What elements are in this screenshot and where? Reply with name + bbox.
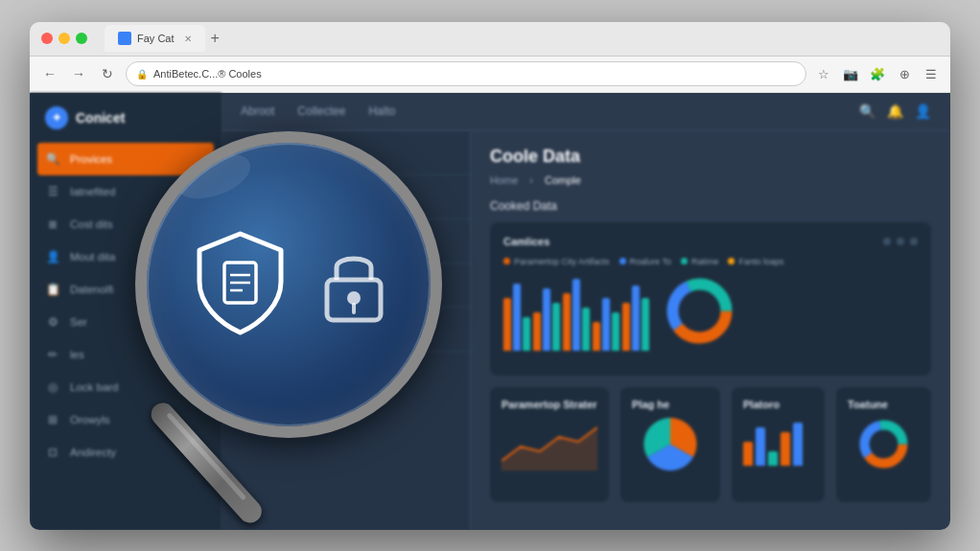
sidebar-item-provices[interactable]: 🔍 Provices: [37, 143, 214, 175]
sidebar-item-mout-dita[interactable]: 👤 Mout dita: [30, 241, 222, 273]
card-action-dot[interactable]: [897, 238, 904, 245]
search-action-button[interactable]: 🔍: [859, 103, 875, 119]
minimize-button[interactable]: [58, 33, 70, 44]
back-button[interactable]: ←: [39, 63, 60, 84]
item-number: 2: [235, 185, 258, 208]
top-nav-collectee[interactable]: Collectee: [297, 104, 345, 118]
bar: [572, 279, 580, 351]
breadcrumb-home[interactable]: Home: [490, 174, 518, 186]
item-number: 5: [235, 317, 258, 340]
item-title: Coolke Cooles: [268, 185, 456, 196]
donut-chart-small: [848, 418, 920, 471]
sidebar-item-lock-bard[interactable]: ◎ Lock bard: [30, 371, 222, 403]
item-subtitle: Cookie Cooles: [268, 331, 456, 341]
bar: [523, 317, 530, 351]
donut-chart-container: [664, 275, 735, 351]
extensions-button[interactable]: 🧩: [868, 64, 887, 83]
bar: [552, 303, 560, 351]
list-item[interactable]: 2 Coolke Cooles Cookie Cooles: [222, 175, 470, 219]
sub-card-4: Toatune: [836, 387, 931, 502]
directory-icon: ⊡: [45, 445, 60, 460]
gear-icon: ⚙: [45, 314, 60, 330]
browser-actions: ☆ 📷 🧩 ⊕ ☰: [814, 64, 941, 83]
bar-chart: [503, 274, 918, 351]
item-info: Coolke Cooles Cookie Cooles: [268, 317, 456, 341]
list-item[interactable]: 3 Coolke Cooles Cookie Cooles: [222, 219, 470, 264]
bar: [513, 284, 521, 351]
legend-item: Roalure To: [619, 257, 671, 266]
top-nav: Abroot Collectee Halto 🔍 🔔 👤: [222, 93, 950, 131]
sidebar-item-label: Andirecty: [70, 447, 116, 458]
tab-title: Fay Cat: [137, 33, 175, 44]
item-title: Coolke Cooles: [268, 273, 456, 285]
profile-button[interactable]: ⊕: [895, 64, 914, 83]
sidebar-item-iatnefited[interactable]: ☰ Iatnefited: [30, 175, 222, 208]
active-tab[interactable]: Fay Cat ✕: [105, 25, 205, 52]
bell-action-button[interactable]: 🔔: [887, 103, 903, 119]
sidebar-item-label: les: [70, 349, 84, 360]
list-item[interactable]: 4 Coolke Cooles Cookie Cooles: [222, 264, 470, 308]
sidebar-item-orowyls[interactable]: ⊞ Orowyls: [30, 403, 222, 436]
sidebar-item-label: Provices: [70, 153, 112, 165]
sub-card-title: Toatune: [848, 399, 920, 410]
item-info: Coolke Cooles Cookie Cooles: [268, 185, 456, 209]
chart-card: Camlices Paramertop City: [490, 222, 931, 376]
legend-dot: [503, 258, 510, 264]
bar: [602, 298, 610, 351]
legend-item: Fanto loaps: [728, 257, 783, 266]
top-nav-halto[interactable]: Halto: [368, 104, 395, 118]
detail-panel: Coole Data Home › Comple Cooked Data Cam…: [471, 131, 950, 530]
content-area: 1 Coolke Cooles Cookie Cooles 2 Coolke C…: [222, 131, 950, 530]
ssl-lock-icon: 🔒: [136, 69, 148, 80]
item-info: Coolke Cooles Cookie Cooles: [268, 229, 456, 253]
bottom-cards-row: Paramertop Strater Plag he: [490, 387, 931, 502]
legend-dot: [681, 258, 688, 264]
tab-bar: Fay Cat ✕ +: [105, 25, 220, 52]
sidebar-item-les[interactable]: ✏ les: [30, 338, 222, 371]
maximize-button[interactable]: [76, 33, 87, 44]
sidebar-item-label: Cost dits: [70, 218, 113, 230]
sidebar: ✦ Conicet 🔍 Provices ☰ Iatnefited ≣ Cost…: [30, 93, 222, 530]
page-title: Coole Data: [490, 147, 931, 167]
bar: [533, 312, 541, 351]
item-subtitle: Cookie Cooles: [268, 287, 456, 297]
list-item[interactable]: 5 Coolke Cooles Cookie Cooles: [222, 308, 470, 352]
bar: [622, 303, 630, 351]
sidebar-item-label: Lock bard: [70, 381, 119, 393]
item-number: 4: [235, 273, 258, 296]
breadcrumb-comple[interactable]: Comple: [545, 174, 581, 186]
sidebar-item-cost-dits[interactable]: ≣ Cost dits: [30, 208, 222, 241]
item-subtitle: Cookie Cooles: [268, 198, 456, 209]
sidebar-item-label: Mout dita: [70, 251, 115, 263]
refresh-button[interactable]: ↻: [97, 63, 118, 84]
browser-window: Fay Cat ✕ + ← → ↻ 🔒 AntiBetec.C...® Cool…: [30, 22, 950, 530]
sub-card-3: Platoro: [732, 387, 825, 502]
sub-card-2: Plag he: [620, 387, 720, 502]
sidebar-item-ser[interactable]: ⚙ Ser: [30, 306, 222, 338]
list-icon: ☰: [45, 184, 60, 199]
title-bar: Fay Cat ✕ +: [30, 22, 950, 57]
sidebar-logo-text: Conicet: [76, 110, 125, 126]
sidebar-item-andirecty[interactable]: ⊡ Andirecty: [30, 436, 222, 469]
user-icon: 👤: [45, 249, 60, 264]
user-action-button[interactable]: 👤: [915, 103, 931, 119]
item-number: 3: [235, 229, 258, 252]
section-label: Cooked Data: [490, 199, 931, 213]
sidebar-item-datenolfi[interactable]: 📋 Datenolfi: [30, 273, 222, 306]
bookmark-button[interactable]: ☆: [814, 64, 833, 83]
list-item[interactable]: 1 Coolke Cooles Cookie Cooles: [222, 131, 470, 175]
sidebar-item-label: Iatnefited: [70, 186, 115, 197]
card-action-dot[interactable]: [910, 238, 918, 245]
card-action-dot[interactable]: [883, 238, 891, 245]
top-nav-abroot[interactable]: Abroot: [241, 104, 274, 118]
address-bar[interactable]: 🔒 AntiBetec.C...® Cooles: [126, 61, 806, 86]
sidebar-item-label: Ser: [70, 316, 87, 328]
settings-button[interactable]: ☰: [922, 64, 941, 83]
edit-icon: ✏: [45, 347, 60, 362]
forward-button[interactable]: →: [68, 63, 89, 84]
close-button[interactable]: [41, 33, 53, 44]
screenshot-button[interactable]: 📷: [841, 64, 860, 83]
tab-close-button[interactable]: ✕: [184, 34, 192, 44]
new-tab-button[interactable]: +: [211, 30, 220, 47]
item-title: Coolke Cooles: [268, 317, 456, 329]
